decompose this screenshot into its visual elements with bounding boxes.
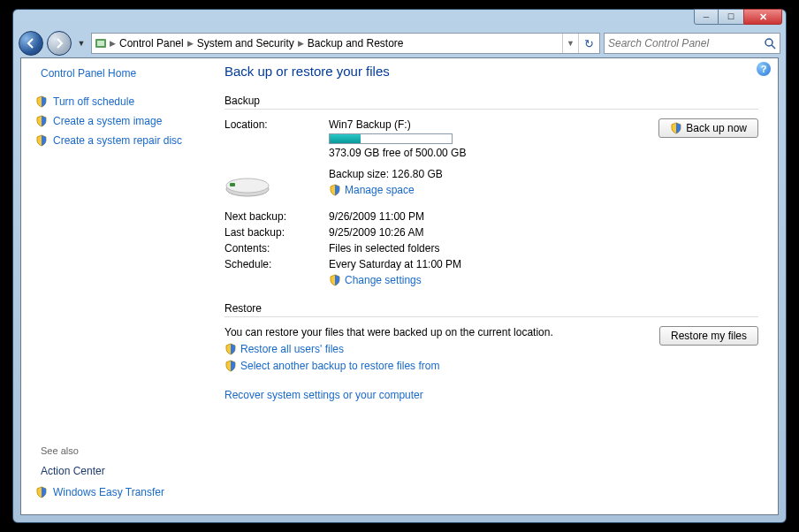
- nav-forward-button[interactable]: [47, 31, 72, 56]
- chevron-right-icon: ▶: [110, 39, 116, 48]
- shield-icon: [224, 360, 237, 372]
- refresh-button[interactable]: ↻: [578, 34, 599, 53]
- shield-icon: [35, 115, 48, 127]
- search-box[interactable]: [604, 33, 780, 54]
- next-backup-label: Next backup:: [224, 210, 322, 223]
- create-system-image-link[interactable]: Create a system image: [35, 115, 202, 127]
- breadcrumb[interactable]: ▶ Control Panel ▶ System and Security ▶ …: [91, 33, 600, 54]
- close-button[interactable]: ✕: [743, 9, 782, 25]
- action-center-link[interactable]: Action Center: [35, 465, 202, 477]
- restore-description: You can restore your files that were bac…: [224, 326, 642, 338]
- backup-section-header: Backup: [224, 95, 758, 110]
- free-space-value: 373.09 GB free of 500.00 GB: [329, 147, 636, 159]
- sidebar-link-label: Create a system image: [53, 115, 162, 127]
- backup-size-value: Backup size: 126.80 GB: [329, 168, 636, 180]
- control-panel-icon: [92, 36, 110, 50]
- restore-my-files-label: Restore my files: [671, 330, 747, 342]
- shield-icon: [329, 184, 341, 196]
- restore-my-files-button[interactable]: Restore my files: [659, 326, 758, 346]
- breadcrumb-backup-restore[interactable]: Backup and Restore: [304, 37, 407, 49]
- restore-section-header: Restore: [224, 302, 758, 317]
- restore-all-users-link[interactable]: Restore all users' files: [240, 343, 344, 355]
- maximize-button[interactable]: ☐: [719, 9, 743, 25]
- location-value: Win7 Backup (F:): [329, 118, 636, 131]
- manage-space-link[interactable]: Manage space: [345, 184, 415, 196]
- nav-history-dropdown[interactable]: ▼: [75, 39, 88, 48]
- schedule-value: Every Saturday at 11:00 PM: [329, 258, 636, 270]
- shield-icon: [329, 274, 341, 286]
- svg-rect-1: [97, 41, 104, 46]
- backup-now-button[interactable]: Back up now: [658, 118, 758, 138]
- contents-value: Files in selected folders: [329, 242, 636, 255]
- help-icon[interactable]: ?: [757, 62, 771, 76]
- control-panel-home-link[interactable]: Control Panel Home: [35, 67, 202, 80]
- sidebar-link-label: Create a system repair disc: [53, 134, 182, 147]
- turn-off-schedule-link[interactable]: Turn off schedule: [35, 95, 202, 108]
- see-also-label: See also: [35, 445, 202, 456]
- backup-now-label: Back up now: [686, 122, 747, 134]
- change-settings-link[interactable]: Change settings: [345, 274, 422, 286]
- drive-icon: [224, 170, 270, 198]
- breadcrumb-control-panel[interactable]: Control Panel: [116, 37, 187, 49]
- sidebar-link-label: Windows Easy Transfer: [53, 486, 164, 498]
- create-repair-disc-link[interactable]: Create a system repair disc: [35, 134, 202, 147]
- nav-back-button[interactable]: [19, 31, 43, 56]
- shield-icon: [35, 134, 48, 147]
- breadcrumb-system-security[interactable]: System and Security: [194, 37, 298, 49]
- recover-system-link[interactable]: Recover system settings or your computer: [224, 389, 758, 401]
- svg-line-3: [772, 45, 775, 49]
- windows-easy-transfer-link[interactable]: Windows Easy Transfer: [35, 486, 202, 498]
- shield-icon: [670, 122, 682, 134]
- last-backup-value: 9/25/2009 10:26 AM: [329, 226, 636, 239]
- schedule-label: Schedule:: [224, 258, 322, 270]
- chevron-right-icon: ▶: [298, 39, 304, 48]
- svg-rect-6: [230, 183, 235, 186]
- breadcrumb-dropdown[interactable]: ▼: [562, 34, 578, 53]
- minimize-button[interactable]: ─: [694, 9, 719, 25]
- shield-icon: [35, 95, 48, 108]
- shield-icon: [224, 343, 237, 355]
- disk-usage-bar: [329, 133, 453, 144]
- search-input[interactable]: [608, 37, 764, 49]
- shield-icon: [35, 486, 48, 498]
- last-backup-label: Last backup:: [224, 226, 322, 239]
- next-backup-value: 9/26/2009 11:00 PM: [329, 210, 636, 223]
- search-icon[interactable]: [764, 37, 776, 49]
- chevron-right-icon: ▶: [187, 39, 194, 48]
- svg-point-2: [765, 39, 772, 46]
- location-label: Location:: [224, 118, 322, 131]
- select-another-backup-link[interactable]: Select another backup to restore files f…: [240, 360, 439, 372]
- contents-label: Contents:: [224, 242, 322, 255]
- page-title: Back up or restore your files: [224, 64, 758, 79]
- sidebar-link-label: Turn off schedule: [53, 95, 134, 108]
